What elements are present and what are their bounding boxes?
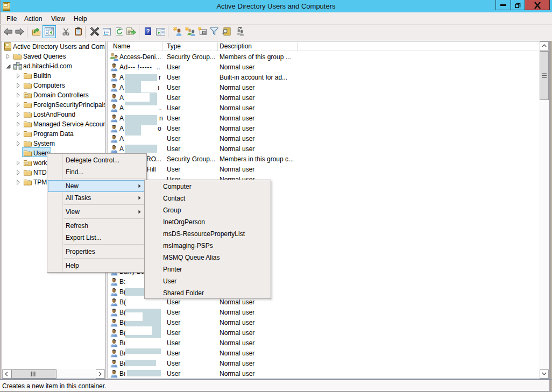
svg-text:?: ? (146, 28, 150, 34)
